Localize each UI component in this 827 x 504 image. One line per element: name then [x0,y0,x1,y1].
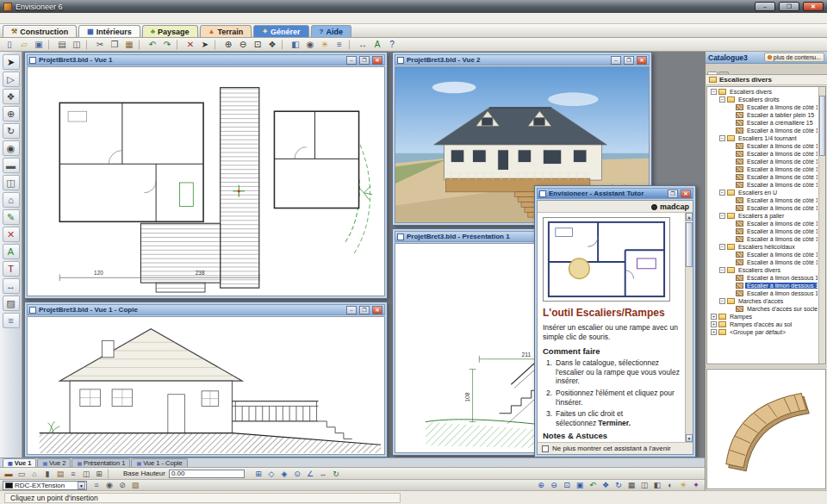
maximize-button[interactable]: ❐ [668,190,678,198]
close-window-button[interactable]: ✕ [803,2,824,11]
railing-mode-icon[interactable]: ≡ [67,469,79,479]
tree-expander-icon[interactable]: − [719,190,725,196]
catalog-tree-item[interactable]: Escalier à limons de côté 15 [708,142,818,150]
zoom-extents-icon[interactable]: ▣ [574,480,586,490]
tree-expander-icon[interactable] [728,221,734,227]
toolbar-button[interactable] [86,40,90,50]
toolbar-button[interactable] [139,40,143,50]
paste-icon[interactable]: ▦ [122,39,136,51]
redo-icon[interactable]: ↷ [160,39,174,51]
ribbon-tab-aide[interactable]: ? Aide [311,25,351,37]
chevron-down-icon[interactable]: ▼ [78,482,85,489]
tree-expander-icon[interactable]: + [711,314,717,320]
catalog-tree-item[interactable]: − Escaliers divers [708,266,818,274]
catalog-tree-item[interactable]: Escalier à limons de côté 15 [708,235,818,243]
tree-expander-icon[interactable]: − [719,213,725,219]
angle-snap-icon[interactable]: ∠ [304,469,316,479]
layer-combo[interactable]: RDC-EXTension ▼ [3,481,87,490]
tree-expander-icon[interactable] [728,275,734,281]
toolbar-button[interactable] [349,40,353,50]
tree-expander-icon[interactable] [728,151,734,157]
opening-tool-icon[interactable]: ◫ [3,175,20,190]
snap-grid-icon[interactable]: ⊞ [252,469,264,479]
catalog-tree-item[interactable]: − Escaliers 1/4 tournant [708,134,818,142]
catalog-tree-item[interactable]: − Escaliers en U [708,189,818,196]
tree-expander-icon[interactable] [728,112,734,118]
view-front-icon[interactable]: ◫ [638,480,650,490]
scroll-up-icon[interactable]: ▲ [686,213,693,221]
pencil-tool-icon[interactable]: ✎ [3,209,20,225]
catalog-tree-item[interactable]: + <Groupe par défaut> [708,328,818,336]
text-tool-icon[interactable]: A [370,39,384,51]
minimize-window-button[interactable]: – [755,2,775,11]
orbit-tool-icon[interactable]: ↻ [3,123,20,139]
save-icon[interactable]: ▣ [32,39,46,51]
close-button[interactable]: ✕ [637,56,647,65]
tree-expander-icon[interactable] [728,166,734,172]
door-mode-icon[interactable]: ◫ [80,469,92,479]
mode-button[interactable] [108,469,112,479]
catalog-tree-item[interactable]: Escalier à limons de côté 15 [708,150,818,158]
wall-tool-icon[interactable]: ▬ [3,158,20,173]
catalog-tab-rechercher[interactable] [718,72,729,74]
select-tool-icon[interactable]: ➤ [198,39,212,51]
catalog-tree-item[interactable]: Escalier à limons de côté 15 [708,258,818,266]
tree-expander-icon[interactable] [728,197,734,203]
tree-expander-icon[interactable] [728,306,734,312]
measure-icon[interactable]: ↔ [356,39,370,51]
layer-color-icon[interactable]: ▨ [129,480,141,490]
close-button[interactable]: ✕ [372,306,382,314]
ribbon-tab-terrain[interactable]: ▲ Terrain [200,25,252,37]
vue1-copie-canvas[interactable] [27,316,385,455]
tree-expander-icon[interactable] [728,143,734,149]
assistant-scrollbar[interactable]: ▲ ▼ [685,213,693,442]
toolbar-button[interactable] [282,40,286,50]
maximize-button[interactable]: ❐ [624,56,634,65]
ribbon-tab-interieurs[interactable]: ▦ Intérieurs [78,25,140,37]
toolbar-button[interactable] [177,40,181,50]
tree-expander-icon[interactable]: − [711,89,717,95]
view-iso-icon[interactable]: ◧ [651,480,663,490]
roof-tool-icon[interactable]: ⌂ [3,192,20,208]
catalog-tree-item[interactable]: Escalier à crémaillère 15 [708,119,818,127]
eye-tool-icon[interactable]: ◉ [3,140,20,156]
edit-nodes-icon[interactable]: ▷ [3,72,20,87]
tree-expander-icon[interactable] [728,290,734,296]
view-tab-vue2[interactable]: ▦ Vue 2 [37,458,71,467]
render-icon[interactable]: ✦ [690,480,702,490]
zoom-tool-icon[interactable]: ⊕ [3,106,20,121]
copy-icon[interactable]: ❐ [108,39,121,51]
tree-expander-icon[interactable] [728,182,734,188]
toolbar-button[interactable] [48,40,53,50]
tree-expander-icon[interactable]: − [719,244,725,250]
tree-expander-icon[interactable] [728,259,734,265]
delete-icon[interactable]: ✕ [183,39,197,51]
catalog-tree-item[interactable]: Escalier à limons de côté 15 [708,204,818,212]
layers-icon[interactable]: ≡ [333,39,346,51]
tree-expander-icon[interactable] [728,128,734,134]
refresh-view-icon[interactable]: ↻ [330,469,342,479]
eraser-tool-icon[interactable]: ✕ [3,227,20,242]
tree-expander-icon[interactable] [728,120,734,126]
print-preview-icon[interactable]: ◫ [70,39,84,51]
camera-icon[interactable]: ◉ [303,39,317,51]
catalog-scrollbar[interactable] [818,87,825,364]
catalog-tab-escaliers-rampes[interactable] [707,72,718,74]
catalog-header[interactable]: Catalogue3 plus de contenu... [706,52,827,64]
tree-expander-icon[interactable]: + [711,329,717,335]
zoom-previous-icon[interactable]: ↶ [587,480,599,490]
catalog-tree-item[interactable]: − Escaliers divers [708,88,818,96]
pan-tool-icon[interactable]: ❖ [265,39,279,51]
catalog-tree-item[interactable]: Escalier à limon dessous 15 [708,274,818,282]
view-top-icon[interactable]: ▦ [625,480,637,490]
vue1-canvas[interactable]: 120 238 [27,66,385,296]
tree-expander-icon[interactable] [728,104,734,110]
orbit-view-icon[interactable]: ↻ [612,480,625,490]
layers-tool-icon[interactable]: ≡ [3,313,20,328]
view-tab-vue1-copie[interactable]: ▦ Vue 1 - Copie [131,458,187,467]
roof-mode-icon[interactable]: ⌂ [28,469,40,479]
minimize-button[interactable]: – [611,56,621,65]
toolbar-button[interactable] [215,40,219,50]
ribbon-tab-generer[interactable]: ✦ Générer [253,25,308,37]
zoom-out-tool-icon[interactable]: ⊖ [548,480,560,490]
